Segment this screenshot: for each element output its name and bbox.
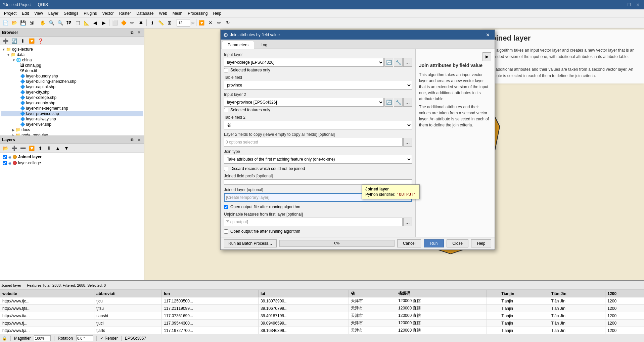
zoom-next-btn[interactable]: ▶ xyxy=(100,19,108,27)
zoom-in-btn[interactable]: 🔍 xyxy=(47,19,55,27)
save-as-btn[interactable]: 🖫 xyxy=(28,19,36,27)
help-expand-btn[interactable]: ▶ xyxy=(482,52,491,61)
col-lon[interactable]: lon xyxy=(162,290,259,297)
layer-checkbox-joined[interactable] xyxy=(3,155,7,159)
tree-item-node-modules[interactable]: ▶ 📁 node_modules xyxy=(1,132,143,135)
tile-btn[interactable]: ⊞ xyxy=(166,19,174,27)
select-polygon-btn[interactable]: 🔶 xyxy=(120,19,128,27)
col-tian-jin[interactable]: Tiān Jīn xyxy=(549,290,605,297)
input-layer-settings-btn[interactable]: 🔧 xyxy=(394,58,403,67)
layers-expand-btn[interactable]: ⬆ xyxy=(36,144,44,152)
cancel-btn[interactable]: Cancel xyxy=(397,239,421,247)
layers-filter-btn[interactable]: 🔽 xyxy=(28,144,36,152)
layers-collapse-btn[interactable]: ⬇ xyxy=(45,144,53,152)
tree-item-province[interactable]: 🔷 layer-province.shp xyxy=(1,111,143,116)
browser-help-btn[interactable]: ❓ xyxy=(36,37,44,45)
browser-collapse-btn[interactable]: ⬆ xyxy=(19,37,27,45)
col-lat[interactable]: lat xyxy=(259,290,349,297)
browser-tree[interactable]: ▼ 📁 qgis-lecture ▼ 📁 data ▼ 🌐 china 🖼 xyxy=(0,45,144,135)
layer-item-college[interactable]: ◉ layer-college xyxy=(1,160,143,166)
table-field-select[interactable]: province xyxy=(224,81,412,90)
input-layer-select[interactable]: layer-college [EPSG:4326] xyxy=(224,58,384,67)
layers-float-btn[interactable]: ⧉ xyxy=(129,137,135,143)
layers-close-btn[interactable]: ✕ xyxy=(136,137,142,143)
menu-layer[interactable]: Layer xyxy=(46,10,61,16)
tree-item-building[interactable]: 🔷 layer-building-shenzhen.shp xyxy=(1,79,143,84)
tree-item-nine-segment[interactable]: 🔷 layer-nine-segment.shp xyxy=(1,106,143,111)
save-project-btn[interactable]: 💾 xyxy=(19,19,27,27)
open-project-btn[interactable]: 📂 xyxy=(10,19,18,27)
menu-settings[interactable]: Settings xyxy=(61,10,81,16)
col-website[interactable]: website xyxy=(0,290,94,297)
cancel-edit-btn[interactable]: ✕ xyxy=(206,19,215,27)
input-layer2-settings-btn[interactable]: 🔧 xyxy=(394,98,403,107)
select-features-btn[interactable]: ⬜ xyxy=(111,19,119,27)
col-province[interactable]: 省 xyxy=(349,290,396,297)
table-field2-select[interactable]: 省 xyxy=(224,121,412,129)
tree-item-railway[interactable]: 🔷 layer-railway.shp xyxy=(1,116,143,122)
zoom-full-btn[interactable]: 🗺 xyxy=(65,19,73,27)
tree-item-river[interactable]: 🔷 layer-river.shp xyxy=(1,122,143,127)
magnifier-input[interactable] xyxy=(34,335,51,341)
col-code1200[interactable]: 1200 xyxy=(605,290,644,297)
menu-mesh[interactable]: Mesh xyxy=(170,10,185,16)
filter-btn[interactable]: 🔽 xyxy=(198,19,206,27)
new-project-btn[interactable]: 📄 xyxy=(1,19,9,27)
joined-prefix-input[interactable] xyxy=(224,179,412,185)
table-row[interactable]: http://www.tj...tjuci117.09544300...39.0… xyxy=(0,320,644,327)
unjoinable-more-btn[interactable]: … xyxy=(403,218,412,226)
unjoinable-input[interactable]: [Skip output] xyxy=(224,218,403,226)
input-layer2-select[interactable]: layer-province [EPSG:4326] xyxy=(224,98,384,107)
layers-remove-btn[interactable]: ➖ xyxy=(19,144,27,152)
menu-raster[interactable]: Raster xyxy=(117,10,134,16)
run-btn[interactable]: Run xyxy=(424,239,444,247)
browser-refresh-btn[interactable]: 🔄 xyxy=(10,37,18,45)
tree-item-capital[interactable]: 🔷 layer-capital.shp xyxy=(1,84,143,90)
tree-item-city[interactable]: 🔷 layer-city.shp xyxy=(1,90,143,95)
close-btn[interactable]: ✕ xyxy=(635,2,641,8)
layer-checkbox-college[interactable] xyxy=(3,161,7,165)
rotation-input[interactable] xyxy=(76,335,93,341)
dialog-close-btn[interactable]: ✕ xyxy=(484,31,492,39)
menu-database[interactable]: Database xyxy=(134,10,156,16)
edit-btn[interactable]: ✏ xyxy=(215,19,223,27)
tree-item-china[interactable]: ▼ 🌐 china xyxy=(1,57,143,63)
font-size-input[interactable] xyxy=(177,19,190,26)
zoom-selection-btn[interactable]: ⬚ xyxy=(74,19,82,27)
input-layer2-refresh-btn[interactable]: 🔄 xyxy=(384,98,393,107)
browser-add-btn[interactable]: ➕ xyxy=(1,37,9,45)
input-layer-refresh-btn[interactable]: 🔄 xyxy=(384,58,393,67)
menu-vector[interactable]: Vector xyxy=(100,10,117,16)
layers-add-btn[interactable]: ➕ xyxy=(10,144,18,152)
rotate-btn[interactable]: ↻ xyxy=(224,19,232,27)
table-row[interactable]: http://www.tja...tjarts117.19727700...39… xyxy=(0,327,644,334)
open-output-2-checkbox[interactable] xyxy=(224,229,228,234)
selected-features-1-checkbox[interactable] xyxy=(224,68,228,72)
layer2-fields-input[interactable]: 0 options selected xyxy=(224,138,403,147)
discard-checkbox[interactable] xyxy=(224,167,228,171)
batch-process-btn[interactable]: Run as Batch Process… xyxy=(224,239,277,247)
layers-open-btn[interactable]: 📂 xyxy=(1,144,9,152)
join-type-select[interactable]: Take attributes of the first matching fe… xyxy=(224,155,412,164)
tree-item-data[interactable]: ▼ 📁 data xyxy=(1,52,143,57)
menu-processing[interactable]: Processing xyxy=(185,10,210,16)
col-extra2[interactable] xyxy=(487,290,499,297)
layers-up-btn[interactable]: ▲ xyxy=(54,144,62,152)
tree-item-college[interactable]: 🔷 layer-college.shp xyxy=(1,95,143,100)
menu-help[interactable]: Help xyxy=(211,10,224,16)
identify-btn[interactable]: ℹ xyxy=(148,19,156,27)
tree-item-docs[interactable]: ▶ 📁 docs xyxy=(1,127,143,132)
col-extra1[interactable] xyxy=(474,290,487,297)
tree-item-boundry[interactable]: 🔷 layer-boundry.shp xyxy=(1,73,143,79)
deselect-btn[interactable]: ✖ xyxy=(137,19,145,27)
joined-layer-input[interactable]: [Create temporary layer] xyxy=(224,193,412,202)
tree-item-qgis-lecture[interactable]: ▼ 📁 qgis-lecture xyxy=(1,47,143,52)
menu-project[interactable]: Project xyxy=(1,10,19,16)
table-row[interactable]: http://www.tia...tianshi117.07361699...3… xyxy=(0,312,644,320)
input-layer2-more-btn[interactable]: … xyxy=(403,98,412,107)
col-tianjin[interactable]: Tianjin xyxy=(499,290,549,297)
col-provcode[interactable]: 省级码 xyxy=(396,290,474,297)
browser-filter-btn[interactable]: 🔽 xyxy=(28,37,36,45)
layer2-fields-more-btn[interactable]: … xyxy=(403,138,412,147)
minimize-btn[interactable]: — xyxy=(617,2,624,8)
